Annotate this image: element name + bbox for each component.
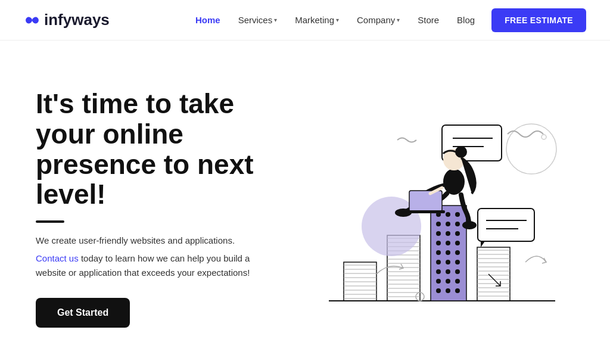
svg-point-44 — [446, 260, 450, 265]
hero-body: Contact us today to learn how we can hel… — [36, 251, 274, 280]
chevron-down-icon: ▾ — [274, 17, 277, 23]
svg-rect-83 — [409, 191, 442, 211]
logo[interactable]: infyways — [24, 11, 110, 29]
hero-divider — [36, 220, 64, 223]
hero-text: It's time to take your online presence t… — [36, 89, 286, 327]
svg-point-39 — [455, 241, 460, 245]
nav-item-marketing[interactable]: Marketing ▾ — [288, 10, 346, 30]
svg-point-41 — [446, 250, 450, 255]
svg-point-32 — [446, 222, 450, 226]
illustration-svg — [293, 89, 579, 328]
svg-point-82 — [462, 221, 477, 229]
svg-rect-84 — [406, 210, 445, 213]
svg-point-50 — [446, 279, 450, 284]
svg-point-29 — [446, 212, 450, 217]
svg-point-51 — [455, 279, 460, 284]
chevron-down-icon: ▾ — [397, 17, 400, 23]
svg-point-45 — [455, 260, 460, 265]
svg-point-36 — [455, 231, 460, 236]
nav-item-blog[interactable]: Blog — [450, 10, 482, 30]
header: infyways Home Services ▾ Marketing ▾ Com… — [0, 0, 610, 41]
nav-item-services[interactable]: Services ▾ — [231, 10, 285, 30]
nav-item-company[interactable]: Company ▾ — [350, 10, 407, 30]
svg-point-37 — [436, 241, 441, 245]
svg-rect-75 — [478, 209, 534, 241]
svg-point-33 — [455, 222, 460, 226]
hero-section: It's time to take your online presence t… — [0, 41, 610, 364]
svg-point-53 — [446, 288, 450, 293]
logo-icon — [24, 15, 41, 26]
svg-point-47 — [446, 269, 450, 274]
svg-point-78 — [443, 169, 465, 195]
nav-item-home[interactable]: Home — [188, 10, 228, 30]
contact-link[interactable]: Contact us — [36, 253, 79, 263]
svg-rect-55 — [477, 247, 510, 301]
svg-point-48 — [455, 269, 460, 274]
hero-subtitle: We create user-friendly websites and app… — [36, 234, 274, 248]
svg-point-54 — [455, 288, 460, 293]
nav-item-store[interactable]: Store — [410, 10, 446, 30]
svg-point-34 — [436, 231, 441, 236]
svg-point-49 — [436, 279, 441, 284]
svg-point-35 — [446, 231, 450, 236]
svg-point-42 — [455, 250, 460, 255]
chevron-down-icon: ▾ — [336, 17, 339, 23]
free-estimate-button[interactable]: FREE ESTIMATE — [491, 8, 586, 32]
hero-title: It's time to take your online presence t… — [36, 89, 274, 209]
hero-illustration — [286, 89, 586, 328]
svg-point-38 — [446, 241, 450, 245]
svg-point-31 — [436, 222, 441, 226]
svg-point-30 — [455, 212, 460, 217]
main-nav: Home Services ▾ Marketing ▾ Company ▾ St… — [188, 8, 586, 32]
logo-text: infyways — [44, 11, 110, 29]
svg-point-43 — [436, 260, 441, 265]
svg-point-46 — [436, 269, 441, 274]
svg-point-40 — [436, 250, 441, 255]
get-started-button[interactable]: Get Started — [36, 298, 130, 328]
svg-point-71 — [541, 135, 546, 139]
svg-point-52 — [436, 288, 441, 293]
